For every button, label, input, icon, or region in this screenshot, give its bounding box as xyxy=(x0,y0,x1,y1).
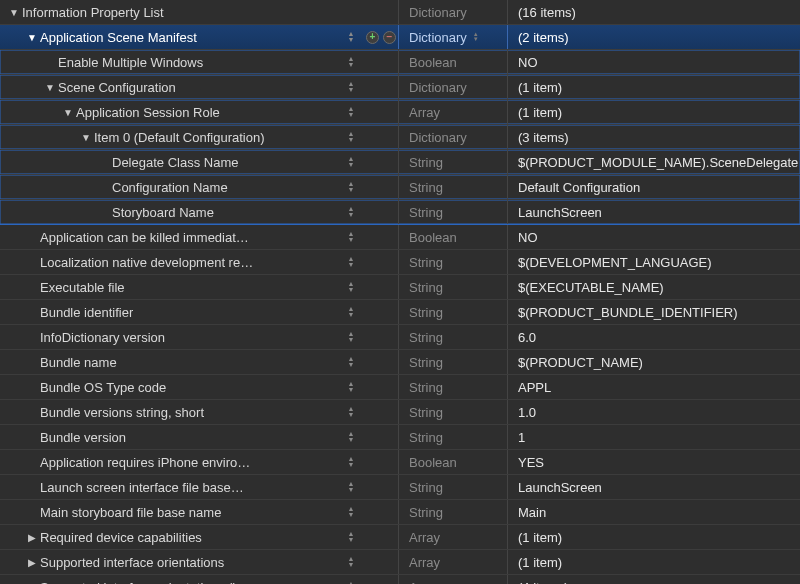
key-cell[interactable]: ▶Supported interface orientations xyxy=(0,555,340,570)
type-cell[interactable]: String xyxy=(409,180,507,195)
type-cell[interactable]: String xyxy=(409,405,507,420)
type-cell[interactable]: Dictionary▲▼ xyxy=(409,30,507,45)
plist-row[interactable]: ▶Supported interface orientations▲▼Array… xyxy=(0,550,800,575)
add-button[interactable]: + xyxy=(366,31,379,44)
key-stepper[interactable]: ▲▼ xyxy=(342,506,360,518)
key-stepper[interactable]: ▲▼ xyxy=(342,106,360,118)
value-cell[interactable]: APPL xyxy=(518,380,800,395)
value-cell[interactable]: (1 item) xyxy=(518,555,800,570)
value-cell[interactable]: (1 item) xyxy=(518,530,800,545)
key-cell[interactable]: ▼Item 0 (Default Configuration) xyxy=(0,130,340,145)
plist-row[interactable]: Bundle OS Type code▲▼StringAPPL xyxy=(0,375,800,400)
plist-row[interactable]: ▶Supported interface orientations (i…▲▼A… xyxy=(0,575,800,584)
key-stepper[interactable]: ▲▼ xyxy=(342,381,360,393)
value-cell[interactable]: $(PRODUCT_MODULE_NAME).SceneDelegate xyxy=(518,155,800,170)
key-cell[interactable]: Application can be killed immediat… xyxy=(0,230,340,245)
plist-row[interactable]: Bundle identifier▲▼String$(PRODUCT_BUNDL… xyxy=(0,300,800,325)
type-cell[interactable]: Dictionary xyxy=(409,5,507,20)
disclosure-triangle-icon[interactable]: ▼ xyxy=(80,132,92,143)
type-cell[interactable]: Boolean xyxy=(409,455,507,470)
plist-row[interactable]: Delegate Class Name▲▼String$(PRODUCT_MOD… xyxy=(0,150,800,175)
type-cell[interactable]: String xyxy=(409,330,507,345)
plist-row[interactable]: Bundle name▲▼String$(PRODUCT_NAME) xyxy=(0,350,800,375)
value-cell[interactable]: $(EXECUTABLE_NAME) xyxy=(518,280,800,295)
key-stepper[interactable]: ▲▼ xyxy=(342,531,360,543)
key-stepper[interactable]: ▲▼ xyxy=(342,306,360,318)
type-cell[interactable]: String xyxy=(409,280,507,295)
value-cell[interactable]: (1 item) xyxy=(518,80,800,95)
key-stepper[interactable]: ▲▼ xyxy=(342,556,360,568)
key-cell[interactable]: Bundle OS Type code xyxy=(0,380,340,395)
plist-row[interactable]: InfoDictionary version▲▼String6.0 xyxy=(0,325,800,350)
key-stepper[interactable]: ▲▼ xyxy=(342,231,360,243)
type-cell[interactable]: String xyxy=(409,480,507,495)
plist-row[interactable]: Configuration Name▲▼StringDefault Config… xyxy=(0,175,800,200)
add-remove-controls[interactable]: +− xyxy=(364,31,398,44)
remove-button[interactable]: − xyxy=(383,31,396,44)
key-stepper[interactable]: ▲▼ xyxy=(342,431,360,443)
plist-row[interactable]: Main storyboard file base name▲▼StringMa… xyxy=(0,500,800,525)
value-cell[interactable]: (2 items) xyxy=(518,30,800,45)
key-stepper[interactable]: ▲▼ xyxy=(342,256,360,268)
key-cell[interactable]: Bundle version xyxy=(0,430,340,445)
plist-row[interactable]: ▼Application Scene Manifest▲▼+−Dictionar… xyxy=(0,25,800,50)
key-stepper[interactable]: ▲▼ xyxy=(342,331,360,343)
plist-row[interactable]: Bundle versions string, short▲▼String1.0 xyxy=(0,400,800,425)
key-cell[interactable]: Executable file xyxy=(0,280,340,295)
key-cell[interactable]: Enable Multiple Windows xyxy=(0,55,340,70)
key-stepper[interactable]: ▲▼ xyxy=(342,31,360,43)
value-cell[interactable]: Main xyxy=(518,505,800,520)
plist-row[interactable]: Executable file▲▼String$(EXECUTABLE_NAME… xyxy=(0,275,800,300)
value-cell[interactable]: LaunchScreen xyxy=(518,205,800,220)
type-cell[interactable]: String xyxy=(409,205,507,220)
key-stepper[interactable]: ▲▼ xyxy=(342,181,360,193)
key-stepper[interactable]: ▲▼ xyxy=(342,281,360,293)
key-stepper[interactable]: ▲▼ xyxy=(342,156,360,168)
plist-row[interactable]: Application can be killed immediat…▲▼Boo… xyxy=(0,225,800,250)
value-cell[interactable]: $(PRODUCT_BUNDLE_IDENTIFIER) xyxy=(518,305,800,320)
key-cell[interactable]: Configuration Name xyxy=(0,180,340,195)
key-cell[interactable]: Application requires iPhone enviro… xyxy=(0,455,340,470)
key-cell[interactable]: ▼Scene Configuration xyxy=(0,80,340,95)
plist-row[interactable]: ▼Information Property ListDictionary(16 … xyxy=(0,0,800,25)
plist-row[interactable]: Enable Multiple Windows▲▼BooleanNO xyxy=(0,50,800,75)
type-cell[interactable]: String xyxy=(409,380,507,395)
key-cell[interactable]: ▼Information Property List xyxy=(0,5,340,20)
type-cell[interactable]: Boolean xyxy=(409,230,507,245)
value-cell[interactable]: (16 items) xyxy=(518,5,800,20)
key-cell[interactable]: ▼Application Session Role xyxy=(0,105,340,120)
key-cell[interactable]: Launch screen interface file base… xyxy=(0,480,340,495)
type-cell[interactable]: Array xyxy=(409,580,507,585)
type-cell[interactable]: Array xyxy=(409,105,507,120)
key-cell[interactable]: ▶Supported interface orientations (i… xyxy=(0,580,340,585)
plist-row[interactable]: Bundle version▲▼String1 xyxy=(0,425,800,450)
key-stepper[interactable]: ▲▼ xyxy=(342,356,360,368)
plist-row[interactable]: ▼Item 0 (Default Configuration)▲▼Diction… xyxy=(0,125,800,150)
value-cell[interactable]: $(PRODUCT_NAME) xyxy=(518,355,800,370)
type-cell[interactable]: Array xyxy=(409,555,507,570)
key-stepper[interactable]: ▲▼ xyxy=(342,81,360,93)
key-stepper[interactable]: ▲▼ xyxy=(342,456,360,468)
disclosure-triangle-icon[interactable]: ▶ xyxy=(26,557,38,568)
value-cell[interactable]: YES xyxy=(518,455,800,470)
plist-row[interactable]: ▼Scene Configuration▲▼Dictionary(1 item) xyxy=(0,75,800,100)
value-cell[interactable]: 1.0 xyxy=(518,405,800,420)
key-cell[interactable]: Main storyboard file base name xyxy=(0,505,340,520)
type-cell[interactable]: String xyxy=(409,505,507,520)
key-cell[interactable]: ▼Application Scene Manifest xyxy=(0,30,340,45)
plist-row[interactable]: Localization native development re…▲▼Str… xyxy=(0,250,800,275)
disclosure-triangle-icon[interactable]: ▶ xyxy=(26,532,38,543)
value-cell[interactable]: (4 items) xyxy=(518,580,800,585)
disclosure-triangle-icon[interactable]: ▼ xyxy=(44,82,56,93)
key-stepper[interactable]: ▲▼ xyxy=(342,206,360,218)
key-cell[interactable]: Delegate Class Name xyxy=(0,155,340,170)
key-stepper[interactable]: ▲▼ xyxy=(342,406,360,418)
disclosure-triangle-icon[interactable]: ▼ xyxy=(8,7,20,18)
type-cell[interactable]: Boolean xyxy=(409,55,507,70)
plist-row[interactable]: ▼Application Session Role▲▼Array(1 item) xyxy=(0,100,800,125)
type-stepper[interactable]: ▲▼ xyxy=(473,32,479,42)
key-cell[interactable]: InfoDictionary version xyxy=(0,330,340,345)
key-cell[interactable]: Bundle name xyxy=(0,355,340,370)
key-cell[interactable]: Bundle identifier xyxy=(0,305,340,320)
value-cell[interactable]: Default Configuration xyxy=(518,180,800,195)
